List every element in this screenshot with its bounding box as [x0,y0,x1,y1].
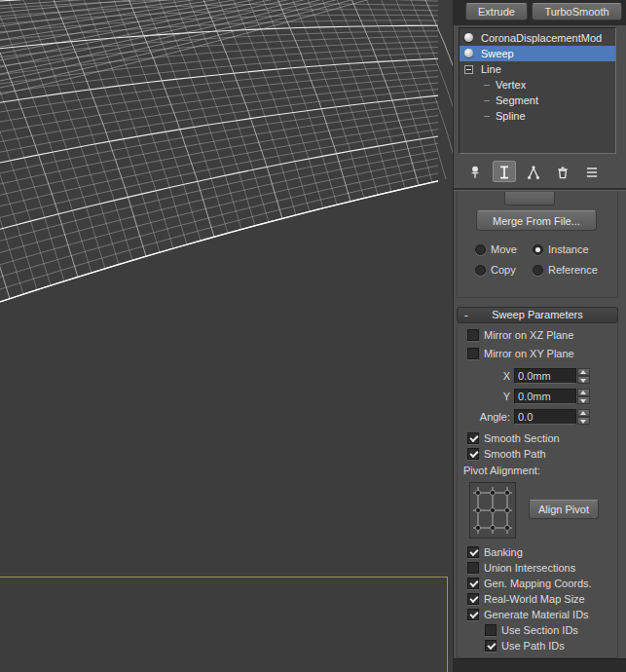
checkbox-label: Use Section IDs [501,624,578,636]
stack-item-label: Segment [496,94,538,106]
stack-item-segment[interactable]: Segment [460,93,615,108]
spinner-down-arrow[interactable] [577,376,590,384]
x-offset-field[interactable] [514,368,576,384]
remove-modifier-button[interactable] [551,161,574,182]
radio-reference[interactable]: Reference [533,263,598,277]
stack-item-label: CoronaDisplacementMod [481,32,602,44]
checkbox-real-world-map-size[interactable]: Real-World Map Size [467,592,585,606]
checkbox-box [485,640,497,652]
angle-field[interactable] [514,409,576,425]
checkbox-gen-mapping-coords[interactable]: Gen. Mapping Coords. [467,577,592,590]
pivot-dot[interactable] [475,507,480,512]
checkbox-label: Generate Material IDs [484,609,589,620]
pivot-alignment-grid[interactable] [469,482,516,539]
show-end-result-button[interactable] [493,161,516,182]
show-end-result-icon [496,164,513,181]
radio-circle [475,244,486,255]
active-viewport-border-right [447,577,448,672]
stack-item-label: Vertex [496,79,526,91]
sweep-parameters-rollout-header[interactable]: - Sweep Parameters [457,307,618,323]
checkbox-box [467,432,479,444]
checkbox-mirror-xy[interactable]: Mirror on XY Plane [467,347,574,360]
spinner-down-arrow[interactable] [577,417,590,425]
stack-item-corona-displacement[interactable]: CoronaDisplacementMod [460,30,615,46]
pivot-dot[interactable] [475,490,480,495]
y-offset-label: Y [471,391,510,402]
pivot-dot[interactable] [504,490,509,495]
remove-modifier-icon [554,164,571,181]
stack-item-sweep[interactable]: Sweep [460,46,615,61]
checkbox-box [467,562,479,574]
radio-move[interactable]: Move [475,243,517,256]
partial-button[interactable] [504,192,555,205]
y-offset-field[interactable] [514,389,576,404]
pin-stack-button[interactable] [463,161,487,182]
make-unique-button[interactable] [522,161,545,182]
stack-item-line[interactable]: Line [460,61,615,77]
radio-label: Instance [548,243,589,255]
checkbox-label: Smooth Path [484,448,546,460]
pivot-dot[interactable] [475,525,480,530]
radio-instance[interactable]: Instance [533,243,589,256]
radio-circle [475,265,486,276]
checkbox-banking[interactable]: Banking [467,545,523,559]
spinner-up-arrow[interactable] [577,368,590,376]
panel-bottom-strip [454,658,626,672]
checkbox-box [485,624,497,636]
radio-label: Copy [491,264,516,276]
modifier-stack-list[interactable]: CoronaDisplacementMod Sweep Line Vertex … [459,27,616,154]
checkbox-box [467,578,479,589]
checkbox-label: Smooth Section [484,432,560,444]
collapse-icon: - [464,308,468,322]
merge-from-file-button[interactable]: Merge From File... [476,210,597,231]
rollout-title: Sweep Parameters [492,309,583,320]
turbosmooth-button[interactable]: TurboSmooth [532,3,622,20]
checkbox-use-section-ids[interactable]: Use Section IDs [485,623,578,637]
checkbox-union-intersections[interactable]: Union Intersections [467,561,575,575]
pivot-dot[interactable] [490,525,495,530]
radio-copy[interactable]: Copy [475,263,516,277]
checkbox-smooth-section[interactable]: Smooth Section [467,431,560,445]
checkbox-box [467,593,479,605]
radio-label: Move [491,243,517,255]
collapse-box-icon[interactable] [464,65,473,74]
checkbox-label: Mirror on XY Plane [484,348,574,359]
checkbox-mirror-xz[interactable]: Mirror on XZ Plane [467,328,573,342]
x-offset-spinner[interactable] [577,368,590,384]
pivot-dot[interactable] [504,525,509,530]
modifier-buttons-strip: Extrude TurboSmooth [454,0,626,25]
pivot-dot[interactable] [490,490,495,495]
checkbox-smooth-path[interactable]: Smooth Path [467,447,546,461]
checkbox-generate-material-ids[interactable]: Generate Material IDs [467,608,589,621]
checkbox-label: Union Intersections [484,562,575,574]
pivot-dot[interactable] [490,507,495,512]
x-offset-label: X [471,370,510,382]
checkbox-use-path-ids[interactable]: Use Path IDs [485,639,565,653]
3dsmax-window: Extrude TurboSmooth CoronaDisplacementMo… [0,0,626,672]
stack-item-spline[interactable]: Spline [460,108,615,124]
spinner-down-arrow[interactable] [577,396,590,404]
checkbox-label: Banking [484,546,523,558]
align-pivot-button[interactable]: Align Pivot [529,500,599,519]
extrude-button[interactable]: Extrude [465,3,528,20]
stack-item-vertex[interactable]: Vertex [460,77,615,93]
viewport[interactable] [0,0,453,672]
stack-item-label: Line [481,63,501,75]
spinner-up-arrow[interactable] [577,409,590,417]
radio-circle [533,244,543,255]
y-offset-spinner[interactable] [577,389,590,404]
angle-spinner[interactable] [577,409,590,425]
lightbulb-icon[interactable] [464,33,473,42]
spinner-up-arrow[interactable] [577,389,590,396]
radio-circle [533,265,543,276]
configure-modifier-sets-icon [583,164,601,181]
checkbox-box [467,546,479,558]
pivot-alignment-label: Pivot Alignment: [463,465,540,476]
lightbulb-icon[interactable] [464,49,473,57]
checkbox-box [467,609,479,620]
x-offset-row: X [471,367,590,384]
pin-stack-icon [466,164,484,181]
configure-modifier-sets-button[interactable] [580,161,604,182]
pivot-dot[interactable] [504,507,509,512]
checkbox-box [467,448,479,460]
